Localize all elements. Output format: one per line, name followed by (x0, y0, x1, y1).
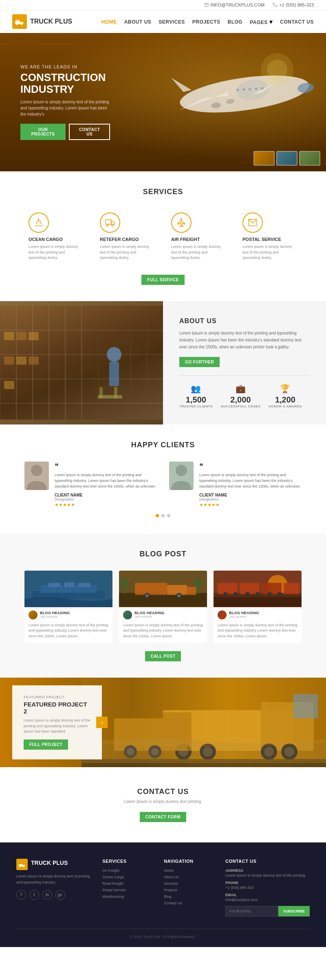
footer-address: ADDRESS Lorem Ipsum is simply dummy text… (225, 868, 310, 877)
blog-date-1: JAN ADMIN (40, 615, 70, 619)
service-name-retefer: RETEFER CARGO (100, 237, 155, 242)
nav-home[interactable]: HOME (101, 18, 117, 26)
nav-menu: HOME ABOUT US SERVICES PROJECTS BLOG PAG… (101, 18, 314, 26)
footer-link-warehouse[interactable]: Warehousing (102, 895, 152, 899)
hero-title: CONSTRUCTION INDUSTRY (20, 72, 110, 95)
svg-rect-42 (114, 387, 117, 398)
googleplus-icon[interactable]: g+ (55, 890, 65, 900)
testimonial-body-2: ❝ Lorem Ipsum is simply dummy text of th… (199, 462, 302, 508)
stat-label-awards: HONOR & AWARDS (269, 405, 302, 408)
footer-nav-home[interactable]: Home (164, 868, 213, 873)
blog-card-1: BLOG HEADING JAN ADMIN Lorem Ipsum is si… (24, 571, 112, 643)
testimonial-role-1: Designation (55, 497, 157, 501)
thumb-3[interactable] (299, 151, 320, 166)
footer-nav-services[interactable]: Services (164, 882, 213, 886)
footer-nav-about[interactable]: About Us (164, 875, 213, 879)
linkedin-icon[interactable]: in (42, 890, 52, 900)
contact-section: CONTACT US Lorem Ipsum is simply dummy t… (0, 767, 326, 842)
hero-plane-image (155, 45, 326, 135)
svg-point-19 (106, 224, 108, 226)
services-section: SERVICES OCEAN CARGO Lorem Ipsum is simp… (0, 171, 326, 301)
service-desc-retefer: Lorem Ipsum is simply dummy text of the … (100, 244, 155, 261)
blog-meta-1: BLOG HEADING JAN ADMIN (24, 607, 112, 621)
svg-rect-54 (119, 593, 207, 606)
service-name-air: AIR FREIGHT (171, 237, 226, 242)
footer-nav-title: NAVIGATION (164, 859, 213, 864)
footer-nav-blog[interactable]: Blog (164, 895, 213, 899)
thumb-2[interactable] (276, 151, 297, 166)
dot-1[interactable] (156, 514, 159, 517)
avatar-2 (169, 462, 194, 490)
service-air-freight: AIR FREIGHT Lorem Ipsum is simply dummy … (167, 208, 230, 265)
email-value: info@truckplus.com (225, 898, 310, 902)
nav-services[interactable]: SERVICES (159, 18, 185, 26)
svg-point-65 (194, 578, 203, 588)
blog-body-3: Lorem Ipsum is simply dummy text of the … (214, 621, 302, 643)
carousel-dots (24, 514, 302, 517)
twitter-icon[interactable]: t (29, 890, 39, 900)
testimonial-name-1: CLIENT NAME (55, 493, 157, 497)
dot-2[interactable] (161, 514, 165, 517)
svg-point-79 (278, 592, 282, 596)
footer-link-postal[interactable]: Postal Service (102, 888, 152, 892)
footer-link-ocean[interactable]: Ocean Cargo (102, 875, 152, 879)
services-title: SERVICES (24, 188, 302, 196)
testimonial-role-2: Designation (199, 497, 302, 501)
blog-avatar-2 (123, 610, 132, 619)
svg-point-20 (112, 224, 114, 226)
stat-trusted-clients: 👥 1,500 TRUSTED CLIENTS (179, 384, 213, 408)
avatar-1 (24, 462, 49, 490)
contact-form-button[interactable]: CONTACT FORM (140, 812, 186, 822)
featured-next-arrow[interactable]: › (96, 717, 108, 728)
call-post-button[interactable]: CALL POST (145, 651, 181, 661)
stat-number-cases: 2,000 (221, 395, 260, 405)
nav-blog[interactable]: BLOG (227, 18, 242, 26)
nav-contact[interactable]: CONTACT US (280, 18, 314, 26)
nav-projects[interactable]: PROJECTS (192, 18, 220, 26)
svg-rect-73 (284, 583, 300, 594)
full-project-button[interactable]: FULL PROJECT (24, 739, 68, 750)
subscribe-button[interactable]: SUBSCRIBE (278, 906, 310, 917)
subscribe-email-input[interactable] (225, 906, 278, 917)
full-service-button[interactable]: FULL SERVICE (141, 275, 185, 285)
service-name-ocean: OCEAN CARGO (29, 237, 84, 242)
our-projects-button[interactable]: OUR PROJECTS (20, 124, 66, 140)
thumb-1[interactable] (253, 151, 275, 166)
about-image (0, 301, 163, 424)
footer-services-col: SERVICES Air Freight Ocean Cargo Road Fr… (102, 859, 152, 917)
nav-pages[interactable]: PAGES ▾ (250, 18, 273, 26)
svg-point-16 (267, 59, 287, 80)
footer-nav-projects[interactable]: Projects (164, 888, 213, 892)
stat-honor-awards: 🏆 1,200 HONOR & AWARDS (269, 384, 302, 408)
nav-about[interactable]: ABOUT US (124, 18, 152, 26)
svg-point-63 (120, 578, 128, 588)
hero-content: WE ARE THE LEADS IN CONSTRUCTION INDUSTR… (0, 64, 130, 140)
contact-us-hero-button[interactable]: CONTACT US (69, 124, 110, 140)
go-further-button[interactable]: GO FURTHER (179, 357, 220, 367)
svg-point-75 (233, 592, 238, 596)
ship-icon (34, 218, 44, 228)
stat-label-clients: TRUSTED CLIENTS (179, 405, 213, 408)
logo-icon (12, 14, 27, 29)
dot-3[interactable] (167, 514, 170, 517)
plane-icon (176, 218, 186, 228)
footer-nav-contact[interactable]: Contact Us (164, 901, 213, 905)
phone-label: PHONE (225, 881, 310, 885)
testimonials-section: HAPPY CLIENTS ❝ Lorem Ipsum is simply du… (0, 424, 326, 534)
postal-icon-wrap (242, 212, 263, 233)
footer-link-road[interactable]: Road Freight (102, 882, 152, 886)
logo[interactable]: TRUCK PLUS (12, 14, 72, 29)
svg-point-3 (21, 24, 23, 25)
featured-bg-trucks (82, 678, 326, 767)
blog-heading-3: BLOG HEADING (229, 611, 259, 615)
hero-thumbnails (253, 151, 320, 166)
svg-point-38 (107, 347, 121, 362)
briefcase-icon: 💼 (221, 384, 260, 394)
service-desc-ocean: Lorem Ipsum is simply dummy text of the … (29, 244, 84, 261)
svg-rect-51 (64, 582, 75, 587)
footer-link-air[interactable]: Air Freight (102, 868, 152, 873)
facebook-icon[interactable]: f (16, 890, 26, 900)
blog-body-2: Lorem Ipsum is simply dummy text of the … (119, 621, 207, 643)
address-label: ADDRESS (225, 868, 310, 873)
svg-rect-50 (48, 583, 60, 587)
